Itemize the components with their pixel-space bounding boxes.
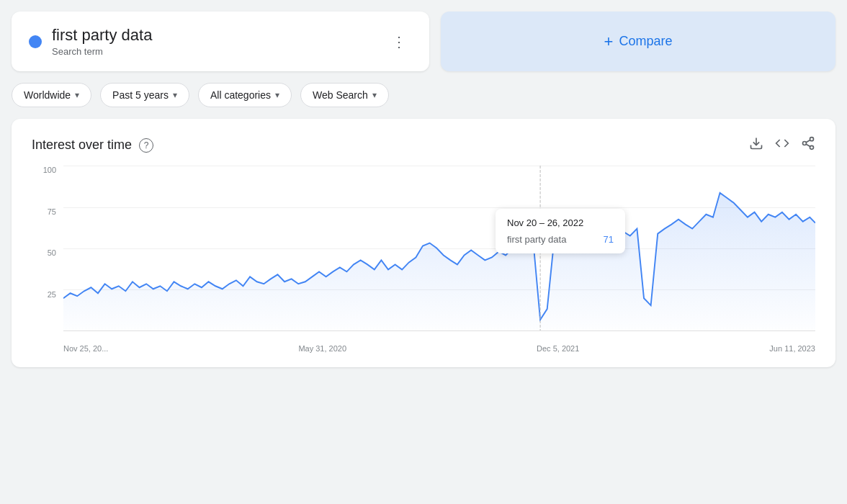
download-icon[interactable]	[749, 136, 763, 154]
location-filter-label: Worldwide	[24, 89, 71, 101]
svg-point-1	[810, 138, 814, 141]
svg-line-5	[806, 140, 810, 143]
category-filter-label: All categories	[210, 89, 271, 101]
svg-point-2	[803, 142, 807, 145]
search-term-text: first party data Search term	[52, 26, 152, 57]
search-term-left: first party data Search term	[29, 26, 152, 57]
compare-button[interactable]: + Compare	[604, 32, 673, 51]
chart-title: Interest over time	[32, 138, 132, 153]
chart-card: Interest over time ?	[12, 119, 835, 367]
svg-line-4	[806, 145, 810, 147]
x-axis-labels: Nov 25, 20... May 31, 2020 Dec 5, 2021 J…	[63, 333, 815, 353]
location-filter[interactable]: Worldwide ▾	[12, 83, 91, 107]
time-filter[interactable]: Past 5 years ▾	[100, 83, 189, 107]
chevron-down-icon: ▾	[173, 90, 177, 100]
search-term-subtitle: Search term	[52, 46, 152, 57]
x-label-0: Nov 25, 20...	[63, 344, 108, 353]
search-type-filter[interactable]: Web Search ▾	[300, 83, 389, 107]
chart-header: Interest over time ?	[32, 136, 815, 154]
y-label-50: 50	[32, 248, 60, 257]
help-icon[interactable]: ?	[139, 138, 153, 153]
filters-row: Worldwide ▾ Past 5 years ▾ All categorie…	[0, 71, 847, 119]
time-filter-label: Past 5 years	[112, 89, 169, 101]
svg-point-3	[810, 146, 814, 150]
search-type-filter-label: Web Search	[313, 89, 368, 101]
chart-area: 100 75 50 25	[32, 166, 815, 353]
x-label-2: Dec 5, 2021	[537, 344, 579, 353]
chevron-down-icon: ▾	[275, 90, 279, 100]
search-term-card: first party data Search term ⋮	[12, 12, 429, 71]
y-label-100: 100	[32, 166, 60, 174]
y-label-75: 75	[32, 207, 60, 216]
top-row: first party data Search term ⋮ + Compare	[0, 0, 847, 71]
chevron-down-icon: ▾	[75, 90, 79, 100]
compare-plus-icon: +	[604, 32, 614, 51]
chart-svg	[63, 166, 815, 330]
code-icon[interactable]	[775, 136, 789, 154]
compare-card[interactable]: + Compare	[441, 12, 835, 71]
x-label-3: Jun 11, 2023	[769, 344, 815, 353]
help-icon-label: ?	[144, 140, 149, 150]
chart-inner: Nov 20 – 26, 2022 first party data 71	[63, 166, 815, 331]
category-filter[interactable]: All categories ▾	[198, 83, 292, 107]
share-icon[interactable]	[801, 136, 815, 154]
chart-actions	[749, 136, 815, 154]
search-term-dot	[29, 35, 42, 48]
y-label-25: 25	[32, 290, 60, 299]
x-label-1: May 31, 2020	[298, 344, 346, 353]
y-axis-labels: 100 75 50 25	[32, 166, 60, 331]
chevron-down-icon: ▾	[372, 90, 377, 100]
search-term-title: first party data	[52, 26, 152, 45]
more-options-icon[interactable]: ⋮	[386, 30, 412, 53]
compare-label: Compare	[619, 34, 672, 49]
chart-title-group: Interest over time ?	[32, 138, 153, 153]
